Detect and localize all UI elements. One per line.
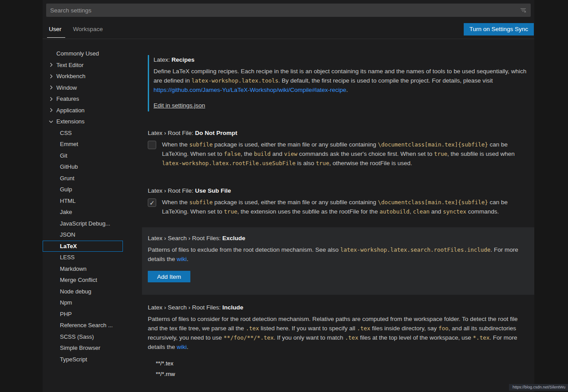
inline-text: package is used, either the main file or…	[213, 199, 378, 206]
sidebar-item-markdown[interactable]: Markdown	[43, 263, 123, 275]
inline-text: files at the top level of the workspace,…	[358, 334, 473, 341]
chevron-down-icon[interactable]	[47, 118, 55, 125]
inline-code: true	[316, 160, 329, 166]
inline-code: **/foo/**/*.tex	[224, 334, 274, 341]
sidebar-item-text-editor[interactable]: Text Editor	[43, 59, 123, 71]
setting-root-file-use-sub-file: Latex › Root File: Use Sub File ✓ When t…	[148, 187, 528, 216]
sidebar-item-node-debug[interactable]: Node debug	[43, 286, 123, 297]
sidebar-item-label: Workbench	[56, 73, 86, 79]
sidebar-item-html[interactable]: HTML	[43, 195, 123, 207]
sidebar-item-json[interactable]: JSON	[43, 229, 123, 241]
sidebar-item-npm[interactable]: Npm	[43, 297, 123, 309]
setting-description: When the subfile package is used, either…	[162, 198, 527, 216]
inline-text: When the	[162, 199, 189, 206]
settings-content: Latex: Recipes Define LaTeX compiling re…	[142, 39, 534, 392]
search-placeholder: Search settings	[50, 7, 91, 14]
chevron-right-icon[interactable]	[47, 95, 55, 103]
setting-description: Patterns of files to consider for the ro…	[148, 314, 528, 352]
sidebar-item-commonly-used[interactable]: Commonly Used	[43, 48, 123, 59]
inline-text: . By default, the first recipe is used t…	[278, 77, 493, 84]
sidebar-item-extensions[interactable]: Extensions	[43, 116, 123, 127]
settings-tree: Commonly UsedText EditorWorkbenchWindowF…	[43, 39, 142, 392]
inline-text: Patterns of files to exclude from the ro…	[148, 246, 340, 253]
sidebar-item-label: Window	[56, 84, 77, 91]
sidebar-item-merge-conflict[interactable]: Merge Conflict	[43, 274, 123, 286]
sidebar-item-git[interactable]: Git	[43, 150, 123, 162]
inline-link[interactable]: wiki	[177, 344, 187, 350]
inline-text: , the subfile is used when	[447, 150, 515, 157]
inline-code: true	[224, 208, 237, 215]
sidebar-item-label: JSON	[60, 231, 75, 238]
setting-root-file-do-not-prompt: Latex › Root File: Do Not Prompt When th…	[148, 129, 528, 168]
settings-editor: Search settings User Workspace Turn on S…	[43, 0, 534, 392]
sidebar-item-label: Gulp	[60, 186, 72, 193]
sidebar-item-gulp[interactable]: Gulp	[43, 184, 123, 195]
sidebar-item-emmet[interactable]: Emmet	[43, 139, 123, 150]
inline-code: \documentclass[main.tex]{subfile}	[378, 199, 488, 206]
use-sub-file-checkbox[interactable]: ✓	[148, 198, 156, 207]
chevron-right-icon[interactable]	[47, 107, 55, 114]
settings-sync-button[interactable]: Turn on Settings Sync	[464, 23, 534, 36]
inline-code: false	[224, 150, 241, 157]
chevron-right-icon[interactable]	[47, 84, 55, 91]
inline-code: .tex	[345, 334, 358, 341]
sidebar-item-latex[interactable]: LaTeX	[43, 241, 123, 252]
search-input[interactable]: Search settings	[46, 4, 531, 17]
watermark: https://blog.csdn.net/SilentWu	[509, 384, 568, 391]
inline-code: *.tex	[473, 334, 490, 341]
setting-description: When the subfile package is used, either…	[162, 140, 527, 168]
sidebar-item-label: Application	[56, 107, 85, 114]
sidebar-item-typescript[interactable]: TypeScript	[43, 354, 123, 365]
edit-in-settings-json-link[interactable]: Edit in settings.json	[154, 102, 205, 110]
inline-code: clean	[413, 208, 430, 215]
sidebar-item-label: Git	[60, 152, 67, 159]
sidebar-item-php[interactable]: PHP	[43, 309, 123, 320]
inline-code: latex-workshop.latex.tools	[192, 77, 279, 84]
inline-code: true	[434, 150, 447, 157]
inline-text: and	[430, 208, 443, 215]
chevron-right-icon[interactable]	[47, 61, 55, 68]
sidebar-item-label: LESS	[60, 254, 75, 261]
inline-text: package is used, either the main file or…	[213, 141, 378, 148]
sidebar-item-reference-search[interactable]: Reference Search ...	[43, 320, 123, 331]
sidebar-item-label: TypeScript	[60, 356, 87, 363]
sidebar-item-workbench[interactable]: Workbench	[43, 71, 123, 82]
sidebar-item-label: GitHub	[60, 163, 78, 170]
inline-text: commands ask the user's choice first. Wh…	[297, 150, 434, 157]
sidebar-item-css[interactable]: CSS	[43, 127, 123, 139]
inline-text: .	[346, 87, 348, 93]
tab-user[interactable]: User	[49, 20, 62, 39]
sidebar-item-window[interactable]: Window	[43, 82, 123, 94]
sidebar-item-less[interactable]: LESS	[43, 252, 123, 263]
sidebar-item-label: LaTeX	[60, 243, 77, 249]
sidebar-item-javascript-debug[interactable]: JavaScript Debug...	[43, 218, 123, 230]
chevron-right-icon[interactable]	[47, 73, 55, 80]
add-item-button[interactable]: Add Item	[148, 271, 190, 282]
inline-code: synctex	[443, 208, 466, 215]
sidebar-item-jake[interactable]: Jake	[43, 206, 123, 218]
inline-link[interactable]: https://github.com/James-Yu/LaTeX-Worksh…	[154, 87, 346, 93]
inline-text: commands.	[466, 208, 499, 215]
array-item[interactable]: **/*.tex	[148, 358, 528, 368]
sidebar-item-label: JavaScript Debug...	[60, 220, 110, 227]
inline-link[interactable]: wiki	[177, 256, 187, 262]
sidebar-item-features[interactable]: Features	[43, 93, 123, 105]
sidebar-item-github[interactable]: GitHub	[43, 161, 123, 173]
filter-icon[interactable]	[518, 5, 528, 15]
do-not-prompt-checkbox[interactable]	[148, 141, 156, 149]
setting-latex-recipes: Latex: Recipes Define LaTeX compiling re…	[148, 55, 528, 111]
sidebar-item-label: SCSS (Sass)	[60, 333, 94, 340]
inline-text: .	[187, 256, 189, 262]
sidebar-item-grunt[interactable]: Grunt	[43, 173, 123, 184]
setting-title: Latex › Search › Root Files: Exclude	[148, 234, 534, 242]
sidebar-item-label: CSS	[60, 130, 72, 136]
inline-text: listed here. If you want to specify all	[259, 325, 357, 332]
sidebar-item-scss-sass[interactable]: SCSS (Sass)	[43, 331, 123, 343]
inline-text: files inside directory, say	[370, 325, 438, 332]
sidebar-item-application[interactable]: Application	[43, 105, 123, 116]
sidebar-item-simple-browser[interactable]: Simple Browser	[43, 342, 123, 354]
sidebar-item-label: Jake	[60, 209, 72, 215]
inline-code: view	[284, 150, 297, 157]
tab-workspace[interactable]: Workspace	[73, 20, 103, 39]
array-item[interactable]: **/*.rnw	[148, 368, 528, 379]
